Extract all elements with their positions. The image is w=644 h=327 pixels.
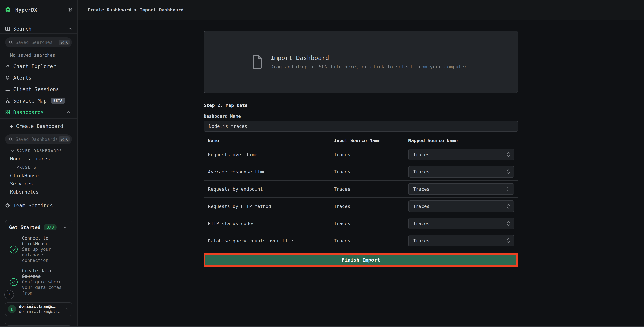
progress-badge: 3/3	[44, 224, 56, 230]
help-button[interactable]: ?	[4, 290, 14, 299]
search-icon	[9, 40, 13, 44]
task-title: Create Data Sources	[22, 268, 51, 279]
main-area: Create Dashboard > Import Dashboard Impo…	[78, 0, 644, 327]
preset-item-kubernetes[interactable]: Kubernetes	[10, 189, 39, 195]
chevron-up-icon[interactable]	[68, 27, 72, 31]
hyperdx-logo-icon	[5, 7, 11, 13]
sidebar-item-alerts[interactable]: Alerts	[0, 72, 77, 84]
input-source-cell: Traces	[334, 169, 408, 174]
dropzone-text: Import Dashboard Drag and drop a JSON fi…	[270, 54, 470, 70]
sidebar-collapse-icon[interactable]	[68, 8, 72, 12]
divider	[0, 34, 77, 34]
user-account-button[interactable]: D dominic.tran@c… dominic.tran@cli…	[5, 302, 72, 316]
sidebar-item-label: Client Sessions	[13, 86, 59, 92]
select-chevrons-icon	[506, 238, 510, 244]
mapped-source-select[interactable]: Traces	[408, 149, 514, 160]
chart-icon	[5, 64, 10, 69]
dashboard-name-label: Dashboard Name	[204, 114, 518, 119]
section-label: PRESETS	[16, 165, 36, 170]
sidebar-item-label: Chart Explorer	[13, 63, 56, 69]
presets-section-toggle[interactable]: PRESETS	[11, 165, 36, 170]
chart-name-cell: Requests by endpoint	[204, 186, 334, 192]
preset-item-clickhouse[interactable]: ClickHouse	[10, 173, 39, 178]
saved-dashboards-input[interactable]: Saved Dashboards ⌘ K	[5, 134, 72, 144]
select-value: Traces	[413, 221, 430, 226]
brand-name: HyperDX	[15, 7, 37, 13]
get-started-item[interactable]: Create Data Sources Configure where your…	[9, 268, 68, 296]
saved-searches-placeholder: Saved Searches	[16, 40, 52, 45]
window-bottom-edge	[0, 326, 644, 327]
input-source-cell: Traces	[334, 186, 408, 192]
laptop-icon	[5, 87, 10, 92]
no-saved-searches-text: No saved searches	[10, 53, 55, 58]
saved-searches-input[interactable]: Saved Searches ⌘ K	[5, 38, 72, 47]
mapped-source-select[interactable]: Traces	[408, 200, 514, 212]
sidebar-item-label: Dashboards	[13, 109, 44, 115]
table-row: Database query counts over time Traces T…	[204, 232, 518, 250]
mapped-source-select[interactable]: Traces	[408, 183, 514, 195]
topbar: Create Dashboard > Import Dashboard	[78, 0, 644, 20]
chart-name-cell: Average response time	[204, 169, 334, 174]
bell-icon	[5, 75, 10, 80]
select-value: Traces	[413, 238, 430, 244]
section-label: SAVED DASHBOARDS	[16, 149, 62, 153]
get-started-item-text: Connect to ClickHouse Set up your databa…	[22, 236, 65, 263]
chevron-up-icon[interactable]	[66, 110, 70, 114]
chevron-down-icon	[11, 149, 14, 152]
click-highlight-box: Finish Import	[204, 253, 518, 267]
user-name: dominic.tran@c…	[19, 304, 60, 309]
import-dropzone[interactable]: Import Dashboard Drag and drop a JSON fi…	[204, 31, 518, 93]
table-row: Requests by HTTP method Traces Traces	[204, 198, 518, 215]
select-chevrons-icon	[506, 152, 510, 158]
select-value: Traces	[413, 204, 430, 209]
column-header-name: Name	[204, 138, 334, 143]
sidebar-item-label: Team Settings	[13, 202, 53, 208]
saved-dashboards-section-toggle[interactable]: SAVED DASHBOARDS	[11, 149, 62, 153]
sidebar-section-search[interactable]: Search	[5, 24, 72, 34]
preset-item-services[interactable]: Services	[10, 181, 33, 187]
gear-icon	[5, 203, 10, 208]
select-value: Traces	[413, 186, 430, 192]
chart-name-cell: Requests over time	[204, 152, 334, 157]
table-row: Requests by endpoint Traces Traces	[204, 180, 518, 198]
mapped-source-select[interactable]: Traces	[408, 166, 514, 178]
chevron-up-icon[interactable]	[63, 226, 68, 229]
step-heading: Step 2: Map Data	[204, 103, 518, 108]
input-source-cell: Traces	[334, 204, 408, 209]
table-row: HTTP status codes Traces Traces	[204, 215, 518, 232]
dropzone-title: Import Dashboard	[270, 54, 470, 61]
task-title: Connect to ClickHouse	[22, 236, 48, 246]
get-started-header[interactable]: Get Started 3/3	[9, 224, 68, 231]
breadcrumb[interactable]: Create Dashboard > Import Dashboard	[88, 7, 184, 12]
input-source-cell: Traces	[334, 238, 408, 244]
dropzone-subtitle: Drag and drop a JSON file here, or click…	[270, 64, 470, 70]
sidebar-item-service-map[interactable]: Service Map BETA	[0, 95, 77, 106]
dashboards-icon	[5, 110, 10, 115]
sidebar-item-team-settings[interactable]: Team Settings	[5, 200, 72, 211]
saved-dashboards-placeholder: Saved Dashboards	[16, 137, 58, 142]
sidebar-item-chart-explorer[interactable]: Chart Explorer	[0, 60, 77, 72]
select-chevrons-icon	[506, 220, 510, 226]
keyboard-shortcut-badge: ⌘ K	[58, 40, 70, 45]
input-source-cell: Traces	[334, 152, 408, 157]
search-icon	[9, 137, 13, 142]
get-started-item[interactable]: Connect to ClickHouse Set up your databa…	[9, 236, 68, 263]
sidebar-item-client-sessions[interactable]: Client Sessions	[0, 84, 77, 95]
mapped-source-select[interactable]: Traces	[408, 218, 514, 229]
sidebar-item-dashboards[interactable]: Dashboards	[0, 106, 77, 118]
task-description: Configure where your data comes from	[22, 279, 62, 296]
dashboard-item-nodejs-traces[interactable]: Node.js traces	[10, 156, 50, 162]
get-started-title: Get Started	[9, 225, 40, 230]
mapped-source-select[interactable]: Traces	[408, 235, 514, 246]
check-circle-icon	[9, 278, 18, 287]
select-chevrons-icon	[506, 186, 510, 192]
dashboard-name-input[interactable]: Node.js traces	[204, 121, 518, 132]
chevron-down-icon	[11, 166, 14, 169]
table-row: Requests over time Traces Traces	[204, 146, 518, 163]
service-map-icon	[5, 98, 10, 103]
finish-import-button[interactable]: Finish Import	[206, 255, 516, 265]
create-dashboard-button[interactable]: + Create Dashboard	[10, 123, 63, 129]
user-email: dominic.tran@cli…	[19, 309, 60, 314]
input-source-cell: Traces	[334, 221, 408, 226]
search-grid-icon	[5, 26, 10, 31]
